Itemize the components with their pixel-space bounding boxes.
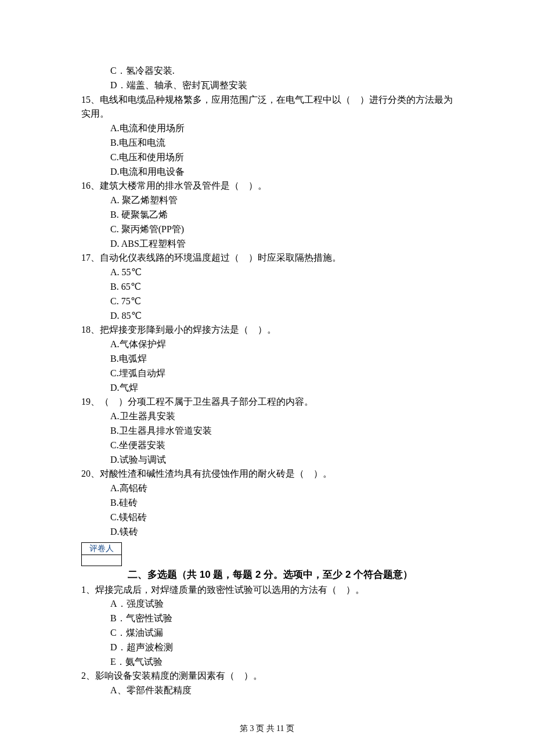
q14-option-d: D．端盖、轴承、密封瓦调整安装: [81, 78, 453, 93]
q20-stem: 20、对酸性渣和碱性渣均具有抗侵蚀作用的耐火砖是（ ）。: [81, 467, 453, 481]
mq1-option-e: E．氨气试验: [81, 655, 453, 669]
q17-option-d: D. 85℃: [81, 309, 453, 323]
q15-option-a: A.电流和使用场所: [81, 121, 453, 136]
q15-stem: 15、电线和电缆品种规格繁多，应用范围广泛，在电气工程中以（ ）进行分类的方法最…: [81, 93, 453, 122]
mq1-option-d: D．超声波检测: [81, 640, 453, 655]
q20-option-b: B.硅砖: [81, 496, 453, 510]
mq1-option-c: C．煤油试漏: [81, 626, 453, 640]
q18-stem: 18、把焊接变形降到最小的焊接方法是（ ）。: [81, 323, 453, 337]
q19-option-c: C.坐便器安装: [81, 438, 453, 453]
mq2-option-a: A、零部件装配精度: [81, 683, 453, 698]
grader-box: 评卷人: [81, 542, 122, 566]
q19-option-b: B.卫生器具排水管道安装: [81, 424, 453, 438]
q20-option-d: D.镁砖: [81, 525, 453, 539]
q17-option-a: A. 55℃: [81, 265, 453, 280]
q17-option-c: C. 75℃: [81, 294, 453, 309]
q18-option-a: A.气体保护焊: [81, 337, 453, 352]
q16-option-c: C. 聚丙烯管(PP管): [81, 222, 453, 237]
q20-option-a: A.高铝砖: [81, 481, 453, 496]
q16-option-b: B. 硬聚氯乙烯: [81, 208, 453, 222]
q14-option-c: C．氢冷器安装.: [81, 64, 453, 78]
section-2-title: 二、多选题（共 10 题，每题 2 分。选项中，至少 2 个符合题意）: [128, 569, 413, 580]
section-2-row: 二、多选题（共 10 题，每题 2 分。选项中，至少 2 个符合题意）: [81, 567, 453, 582]
q16-stem: 16、建筑大楼常用的排水管及管件是（ ）。: [81, 179, 453, 193]
q18-option-b: B.电弧焊: [81, 352, 453, 366]
q16-option-d: D. ABS工程塑料管: [81, 237, 453, 251]
q16-option-a: A. 聚乙烯塑料管: [81, 193, 453, 208]
q15-option-d: D.电流和用电设备: [81, 165, 453, 179]
grader-empty-cell: [81, 555, 122, 566]
q17-stem: 17、自动化仪表线路的环境温度超过（ ）时应采取隔热措施。: [81, 251, 453, 265]
q15-option-c: C.电压和使用场所: [81, 150, 453, 165]
mq1-option-a: A．强度试验: [81, 597, 453, 611]
q18-option-c: C.埋弧自动焊: [81, 366, 453, 381]
page-container: C．氢冷器安装. D．端盖、轴承、密封瓦调整安装 15、电线和电缆品种规格繁多，…: [0, 0, 534, 756]
q15-option-b: B.电压和电流: [81, 136, 453, 150]
grader-label: 评卷人: [81, 542, 122, 555]
mq1-stem: 1、焊接完成后，对焊缝质量的致密性试验可以选用的方法有（ ）。: [81, 583, 453, 597]
page-footer: 第 3 页 共 11 页: [0, 723, 534, 734]
q19-option-a: A.卫生器具安装: [81, 409, 453, 424]
q19-option-d: D.试验与调试: [81, 453, 453, 467]
q20-option-c: C.镁铝砖: [81, 510, 453, 525]
mq1-option-b: B．气密性试验: [81, 611, 453, 626]
q17-option-b: B. 65℃: [81, 280, 453, 294]
q18-option-d: D.气焊: [81, 381, 453, 395]
mq2-stem: 2、影响设备安装精度的测量因素有（ ）。: [81, 669, 453, 683]
q19-stem: 19、（ ）分项工程不属于卫生器具子部分工程的内容。: [81, 395, 453, 409]
